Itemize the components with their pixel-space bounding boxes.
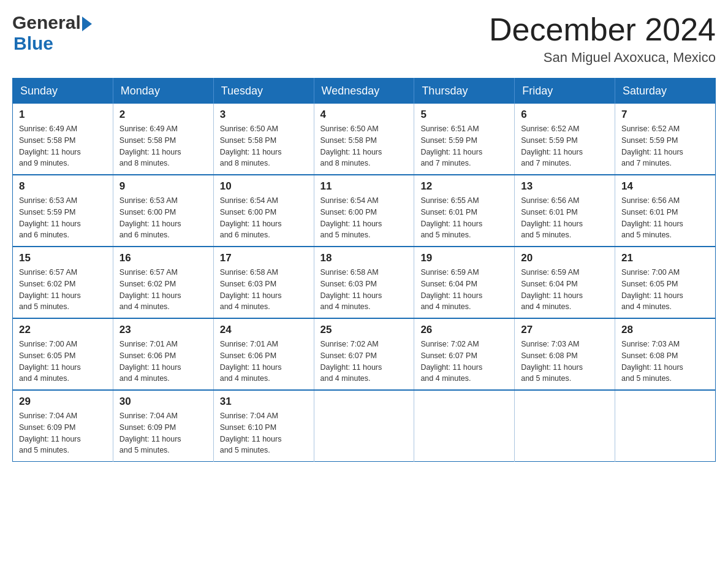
logo: General Blue bbox=[12, 12, 92, 54]
day-info: Sunrise: 6:50 AM Sunset: 5:58 PM Dayligh… bbox=[220, 123, 308, 169]
title-section: December 2024 San Miguel Axoxuca, Mexico bbox=[489, 12, 716, 66]
logo-blue-text: Blue bbox=[13, 33, 53, 54]
day-info: Sunrise: 7:02 AM Sunset: 6:07 PM Dayligh… bbox=[420, 339, 508, 385]
calendar-cell: 27Sunrise: 7:03 AM Sunset: 6:08 PM Dayli… bbox=[515, 318, 615, 390]
day-info: Sunrise: 7:02 AM Sunset: 6:07 PM Dayligh… bbox=[320, 339, 408, 385]
day-info: Sunrise: 6:56 AM Sunset: 6:01 PM Dayligh… bbox=[621, 195, 709, 241]
day-number: 9 bbox=[119, 180, 207, 193]
day-number: 11 bbox=[320, 180, 408, 193]
calendar-cell bbox=[414, 390, 515, 462]
calendar-cell bbox=[515, 390, 615, 462]
calendar-cell: 25Sunrise: 7:02 AM Sunset: 6:07 PM Dayli… bbox=[314, 318, 414, 390]
calendar-cell: 12Sunrise: 6:55 AM Sunset: 6:01 PM Dayli… bbox=[414, 175, 515, 247]
day-info: Sunrise: 6:50 AM Sunset: 5:58 PM Dayligh… bbox=[320, 123, 408, 169]
weekday-header-saturday: Saturday bbox=[615, 79, 716, 104]
logo-chevron-icon bbox=[82, 17, 92, 31]
weekday-header-thursday: Thursday bbox=[414, 79, 515, 104]
calendar-cell: 1Sunrise: 6:49 AM Sunset: 5:58 PM Daylig… bbox=[13, 104, 113, 175]
calendar-week-row: 1Sunrise: 6:49 AM Sunset: 5:58 PM Daylig… bbox=[13, 104, 716, 175]
calendar-cell: 9Sunrise: 6:53 AM Sunset: 6:00 PM Daylig… bbox=[113, 175, 213, 247]
day-number: 20 bbox=[521, 252, 609, 264]
day-number: 23 bbox=[119, 324, 207, 336]
day-number: 27 bbox=[521, 324, 609, 336]
day-number: 26 bbox=[420, 324, 508, 336]
day-number: 22 bbox=[19, 324, 107, 336]
day-number: 21 bbox=[621, 252, 709, 264]
calendar-cell: 2Sunrise: 6:49 AM Sunset: 5:58 PM Daylig… bbox=[113, 104, 213, 175]
weekday-header-sunday: Sunday bbox=[13, 79, 113, 104]
day-info: Sunrise: 6:53 AM Sunset: 6:00 PM Dayligh… bbox=[119, 195, 207, 241]
day-number: 1 bbox=[19, 109, 107, 121]
day-info: Sunrise: 7:04 AM Sunset: 6:09 PM Dayligh… bbox=[19, 410, 107, 456]
weekday-header-friday: Friday bbox=[515, 79, 615, 104]
day-info: Sunrise: 6:56 AM Sunset: 6:01 PM Dayligh… bbox=[521, 195, 609, 241]
calendar-cell: 31Sunrise: 7:04 AM Sunset: 6:10 PM Dayli… bbox=[213, 390, 314, 462]
calendar-week-row: 8Sunrise: 6:53 AM Sunset: 5:59 PM Daylig… bbox=[13, 175, 716, 247]
weekday-header-row: SundayMondayTuesdayWednesdayThursdayFrid… bbox=[13, 79, 716, 104]
day-info: Sunrise: 7:03 AM Sunset: 6:08 PM Dayligh… bbox=[621, 339, 709, 385]
day-number: 10 bbox=[220, 180, 308, 193]
day-info: Sunrise: 6:53 AM Sunset: 5:59 PM Dayligh… bbox=[19, 195, 107, 241]
calendar-cell: 15Sunrise: 6:57 AM Sunset: 6:02 PM Dayli… bbox=[13, 247, 113, 318]
day-info: Sunrise: 6:52 AM Sunset: 5:59 PM Dayligh… bbox=[621, 123, 709, 169]
calendar-cell bbox=[314, 390, 414, 462]
month-title: December 2024 bbox=[489, 12, 716, 47]
day-number: 31 bbox=[220, 396, 308, 408]
calendar-cell: 22Sunrise: 7:00 AM Sunset: 6:05 PM Dayli… bbox=[13, 318, 113, 390]
calendar-cell: 26Sunrise: 7:02 AM Sunset: 6:07 PM Dayli… bbox=[414, 318, 515, 390]
day-info: Sunrise: 6:49 AM Sunset: 5:58 PM Dayligh… bbox=[19, 123, 107, 169]
day-number: 18 bbox=[320, 252, 408, 264]
day-number: 28 bbox=[621, 324, 709, 336]
weekday-header-monday: Monday bbox=[113, 79, 213, 104]
logo-general-text: General bbox=[12, 12, 81, 33]
day-info: Sunrise: 6:58 AM Sunset: 6:03 PM Dayligh… bbox=[220, 267, 308, 313]
calendar-cell: 5Sunrise: 6:51 AM Sunset: 5:59 PM Daylig… bbox=[414, 104, 515, 175]
calendar-cell: 7Sunrise: 6:52 AM Sunset: 5:59 PM Daylig… bbox=[615, 104, 716, 175]
calendar-week-row: 29Sunrise: 7:04 AM Sunset: 6:09 PM Dayli… bbox=[13, 390, 716, 462]
day-info: Sunrise: 6:57 AM Sunset: 6:02 PM Dayligh… bbox=[119, 267, 207, 313]
calendar-table: SundayMondayTuesdayWednesdayThursdayFrid… bbox=[12, 78, 716, 462]
day-number: 7 bbox=[621, 109, 709, 121]
day-info: Sunrise: 6:57 AM Sunset: 6:02 PM Dayligh… bbox=[19, 267, 107, 313]
calendar-cell: 28Sunrise: 7:03 AM Sunset: 6:08 PM Dayli… bbox=[615, 318, 716, 390]
day-info: Sunrise: 7:00 AM Sunset: 6:05 PM Dayligh… bbox=[621, 267, 709, 313]
weekday-header-wednesday: Wednesday bbox=[314, 79, 414, 104]
day-info: Sunrise: 6:51 AM Sunset: 5:59 PM Dayligh… bbox=[420, 123, 508, 169]
day-number: 25 bbox=[320, 324, 408, 336]
calendar-cell: 4Sunrise: 6:50 AM Sunset: 5:58 PM Daylig… bbox=[314, 104, 414, 175]
calendar-cell: 17Sunrise: 6:58 AM Sunset: 6:03 PM Dayli… bbox=[213, 247, 314, 318]
day-number: 16 bbox=[119, 252, 207, 264]
day-info: Sunrise: 6:59 AM Sunset: 6:04 PM Dayligh… bbox=[521, 267, 609, 313]
day-number: 24 bbox=[220, 324, 308, 336]
day-info: Sunrise: 6:55 AM Sunset: 6:01 PM Dayligh… bbox=[420, 195, 508, 241]
day-number: 19 bbox=[420, 252, 508, 264]
day-info: Sunrise: 6:58 AM Sunset: 6:03 PM Dayligh… bbox=[320, 267, 408, 313]
calendar-week-row: 15Sunrise: 6:57 AM Sunset: 6:02 PM Dayli… bbox=[13, 247, 716, 318]
day-number: 17 bbox=[220, 252, 308, 264]
location-subtitle: San Miguel Axoxuca, Mexico bbox=[489, 50, 716, 66]
day-number: 13 bbox=[521, 180, 609, 193]
day-info: Sunrise: 7:00 AM Sunset: 6:05 PM Dayligh… bbox=[19, 339, 107, 385]
calendar-cell: 21Sunrise: 7:00 AM Sunset: 6:05 PM Dayli… bbox=[615, 247, 716, 318]
day-info: Sunrise: 7:04 AM Sunset: 6:09 PM Dayligh… bbox=[119, 410, 207, 456]
calendar-cell: 8Sunrise: 6:53 AM Sunset: 5:59 PM Daylig… bbox=[13, 175, 113, 247]
calendar-cell: 19Sunrise: 6:59 AM Sunset: 6:04 PM Dayli… bbox=[414, 247, 515, 318]
calendar-cell bbox=[615, 390, 716, 462]
calendar-cell: 23Sunrise: 7:01 AM Sunset: 6:06 PM Dayli… bbox=[113, 318, 213, 390]
day-number: 4 bbox=[320, 109, 408, 121]
page-header: General Blue December 2024 San Miguel Ax… bbox=[12, 12, 716, 66]
day-number: 5 bbox=[420, 109, 508, 121]
calendar-cell: 13Sunrise: 6:56 AM Sunset: 6:01 PM Dayli… bbox=[515, 175, 615, 247]
day-info: Sunrise: 6:54 AM Sunset: 6:00 PM Dayligh… bbox=[220, 195, 308, 241]
day-number: 29 bbox=[19, 396, 107, 408]
calendar-cell: 18Sunrise: 6:58 AM Sunset: 6:03 PM Dayli… bbox=[314, 247, 414, 318]
calendar-cell: 10Sunrise: 6:54 AM Sunset: 6:00 PM Dayli… bbox=[213, 175, 314, 247]
day-number: 30 bbox=[119, 396, 207, 408]
day-number: 15 bbox=[19, 252, 107, 264]
weekday-header-tuesday: Tuesday bbox=[213, 79, 314, 104]
calendar-cell: 20Sunrise: 6:59 AM Sunset: 6:04 PM Dayli… bbox=[515, 247, 615, 318]
day-number: 14 bbox=[621, 180, 709, 193]
day-number: 6 bbox=[521, 109, 609, 121]
day-info: Sunrise: 7:04 AM Sunset: 6:10 PM Dayligh… bbox=[220, 410, 308, 456]
calendar-cell: 24Sunrise: 7:01 AM Sunset: 6:06 PM Dayli… bbox=[213, 318, 314, 390]
